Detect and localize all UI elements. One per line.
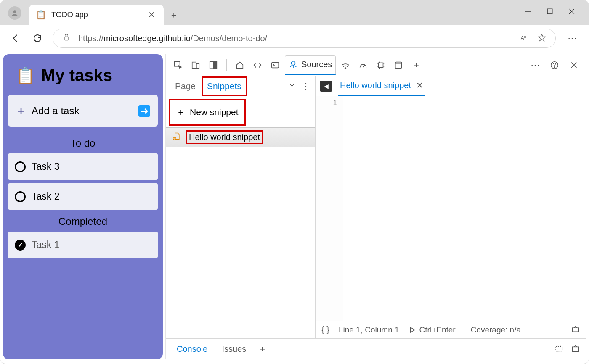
drawer-expand-icon[interactable] — [571, 344, 580, 355]
svg-line-20 — [363, 65, 365, 67]
profile-avatar[interactable] — [8, 6, 21, 20]
devtools-close-icon[interactable] — [566, 57, 582, 73]
svg-line-17 — [290, 65, 292, 67]
chevron-down-icon[interactable] — [288, 82, 296, 91]
svg-rect-30 — [395, 62, 402, 68]
close-icon[interactable]: ✕ — [146, 8, 157, 21]
toggle-navigator-button[interactable]: ◀ — [320, 81, 332, 92]
add-drawer-tab-icon[interactable] — [255, 344, 269, 355]
elements-tab-icon[interactable] — [249, 57, 265, 73]
task-label: Task 2 — [32, 191, 59, 202]
back-button[interactable] — [9, 32, 22, 45]
task-label: Task 1 — [32, 239, 59, 251]
svg-marker-7 — [539, 34, 546, 41]
navigator-snippets-tab[interactable]: Snippets — [202, 76, 247, 96]
kebab-icon[interactable]: ⋮ — [302, 81, 310, 91]
drawer-issues-icon[interactable] — [554, 344, 563, 355]
sources-tab[interactable]: Sources — [285, 55, 336, 75]
svg-rect-42 — [573, 347, 579, 351]
submit-arrow-icon[interactable]: ➜ — [138, 105, 150, 117]
address-bar[interactable]: https://microsoftedge.github.io/Demos/de… — [53, 29, 556, 48]
svg-marker-37 — [410, 327, 415, 332]
new-tab-button[interactable]: ＋ — [168, 9, 180, 25]
snippet-file-name: Hello world snippet — [186, 130, 263, 144]
task-checkbox[interactable] — [15, 161, 26, 172]
section-todo-label: To do — [8, 137, 158, 149]
minimize-button[interactable] — [520, 5, 536, 18]
show-coverage-icon[interactable] — [571, 324, 580, 335]
console-tab-icon[interactable] — [267, 57, 283, 73]
editor-footer: { } Line 1, Column 1 Ctrl+Enter Coverage… — [316, 321, 586, 338]
maximize-button[interactable] — [541, 5, 558, 18]
task-checkbox-done[interactable]: ✔ — [15, 240, 26, 251]
svg-rect-13 — [272, 62, 279, 68]
snippet-file-row[interactable]: Hello world snippet — [166, 127, 315, 147]
memory-tab-icon[interactable] — [373, 57, 389, 73]
coverage-label: Coverage: n/a — [471, 325, 521, 335]
editor-gutter: 1 — [316, 96, 343, 321]
new-snippet-label: New snippet — [190, 107, 239, 117]
new-snippet-button[interactable]: ＋ New snippet — [169, 99, 246, 126]
svg-point-33 — [554, 66, 555, 67]
navigator-page-tab[interactable]: Page — [171, 78, 200, 95]
sources-editor: ◀ Hello world snippet ✕ 1 { } Line 1, Co… — [315, 76, 586, 338]
svg-rect-12 — [213, 61, 217, 69]
add-tab-icon[interactable] — [408, 57, 424, 73]
application-tab-icon[interactable] — [390, 57, 406, 73]
help-icon[interactable] — [547, 57, 562, 73]
svg-rect-21 — [379, 63, 383, 67]
svg-point-0 — [13, 10, 16, 13]
url-text: https://microsoftedge.github.io/Demos/de… — [78, 34, 267, 43]
snippet-file-icon — [172, 132, 181, 142]
app-title: My tasks — [41, 66, 112, 85]
performance-tab-icon[interactable] — [355, 57, 371, 73]
tab-title: TODO app — [51, 11, 141, 19]
drawer-issues-tab[interactable]: Issues — [217, 340, 251, 358]
clipboard-icon: 📋 — [36, 10, 46, 20]
editor-file-tab[interactable]: Hello world snippet ✕ — [338, 76, 425, 96]
run-snippet-button[interactable]: Ctrl+Enter — [409, 325, 456, 335]
settings-more-button[interactable]: ⋯ — [564, 33, 580, 44]
cursor-position: Line 1, Column 1 — [339, 325, 399, 335]
plus-icon: ＋ — [16, 103, 27, 118]
lock-icon — [62, 33, 71, 44]
task-row[interactable]: Task 2 — [8, 183, 158, 210]
sources-navigator: Page Snippets ⋮ ＋ New snippet Hello worl… — [166, 76, 315, 338]
svg-point-15 — [291, 61, 295, 65]
svg-text:A⁾⁾: A⁾⁾ — [521, 35, 527, 40]
welcome-tab-icon[interactable] — [232, 57, 248, 73]
network-tab-icon[interactable] — [337, 57, 353, 73]
drawer-console-tab[interactable]: Console — [172, 340, 212, 358]
close-window-button[interactable] — [563, 5, 580, 18]
devtools-panel: Sources ⋯ Page Snippets — [165, 54, 586, 359]
plus-icon: ＋ — [176, 106, 186, 119]
section-completed-label: Completed — [8, 216, 158, 227]
todo-app: 📋 My tasks ＋ Add a task ➜ To do Task 3 T… — [3, 54, 163, 359]
sources-tab-label: Sources — [301, 60, 332, 69]
svg-rect-38 — [573, 328, 579, 332]
browser-toolbar: https://microsoftedge.github.io/Demos/de… — [0, 25, 589, 52]
svg-line-18 — [295, 65, 297, 67]
close-icon[interactable]: ✕ — [416, 80, 423, 90]
pretty-print-icon[interactable]: { } — [321, 325, 329, 335]
dock-icon[interactable] — [205, 57, 221, 73]
add-task-label: Add a task — [32, 105, 79, 117]
svg-rect-9 — [192, 62, 196, 68]
devtools-tabstrip: Sources ⋯ — [166, 54, 586, 76]
task-row[interactable]: ✔ Task 1 — [8, 232, 158, 258]
svg-rect-5 — [64, 37, 69, 40]
svg-rect-39 — [555, 346, 562, 351]
favorite-icon[interactable] — [538, 33, 546, 44]
browser-tab[interactable]: 📋 TODO app ✕ — [29, 5, 164, 25]
read-aloud-icon[interactable]: A⁾⁾ — [520, 33, 528, 44]
svg-point-19 — [345, 67, 346, 69]
devtools-more-button[interactable]: ⋯ — [527, 60, 543, 71]
task-checkbox[interactable] — [15, 191, 26, 202]
device-toggle-icon[interactable] — [188, 57, 204, 73]
add-task-input[interactable]: ＋ Add a task ➜ — [8, 95, 158, 127]
editor-textarea[interactable] — [343, 96, 586, 321]
inspect-icon[interactable] — [170, 57, 186, 73]
devtools-drawer: Console Issues — [166, 338, 586, 359]
refresh-button[interactable] — [31, 32, 44, 45]
task-row[interactable]: Task 3 — [8, 153, 158, 180]
